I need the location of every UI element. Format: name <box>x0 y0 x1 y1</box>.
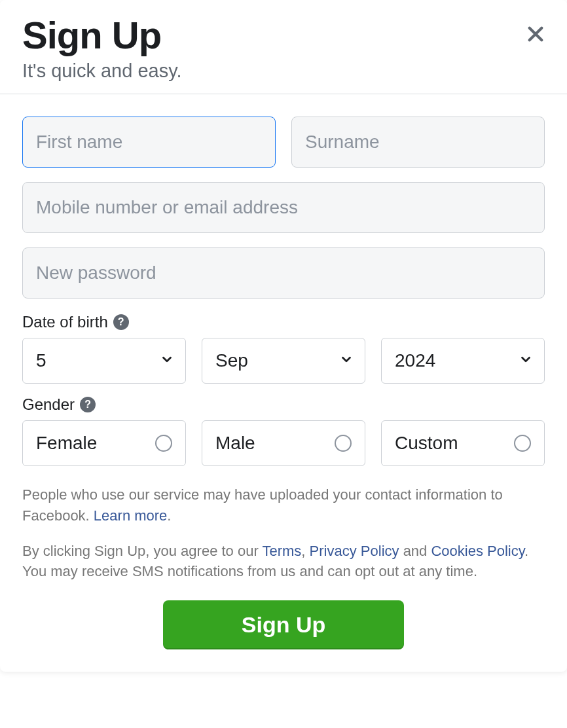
learn-more-link[interactable]: Learn more <box>94 507 168 524</box>
gender-label: Gender ? <box>22 395 545 414</box>
password-input[interactable] <box>22 247 545 299</box>
radio-icon <box>335 435 352 452</box>
first-name-input[interactable] <box>22 117 276 168</box>
dob-month-select[interactable]: Sep <box>202 338 365 384</box>
radio-icon <box>155 435 172 452</box>
contact-input[interactable] <box>22 182 545 233</box>
gender-row: Female Male Custom <box>22 420 545 466</box>
disclaimer-contact: People who use our service may have uplo… <box>22 484 545 526</box>
signup-button[interactable]: Sign Up <box>163 600 404 649</box>
dob-label-text: Date of birth <box>22 313 108 331</box>
gender-option-male[interactable]: Male <box>202 420 365 466</box>
cookies-policy-link[interactable]: Cookies Policy <box>431 543 524 559</box>
close-button[interactable] <box>525 24 546 47</box>
gender-label-text: Gender <box>22 395 75 414</box>
gender-option-label: Custom <box>395 433 458 454</box>
gender-option-label: Male <box>215 433 255 454</box>
terms-link[interactable]: Terms <box>262 543 301 559</box>
gender-option-custom[interactable]: Custom <box>381 420 545 466</box>
modal-body: Date of birth ? 5 Sep <box>0 94 567 672</box>
close-icon <box>525 24 546 45</box>
dob-label: Date of birth ? <box>22 313 545 331</box>
modal-header: Sign Up It's quick and easy. <box>0 0 567 94</box>
privacy-policy-link[interactable]: Privacy Policy <box>310 543 399 559</box>
disclaimer-terms: By clicking Sign Up, you agree to our Te… <box>22 541 545 583</box>
gender-option-label: Female <box>36 433 97 454</box>
name-row <box>22 117 545 168</box>
dob-year-select[interactable]: 2024 <box>381 338 545 384</box>
dob-row: 5 Sep 2024 <box>22 338 545 384</box>
help-icon[interactable]: ? <box>80 397 96 412</box>
surname-input[interactable] <box>291 117 545 168</box>
help-icon[interactable]: ? <box>113 314 129 330</box>
radio-icon <box>514 435 531 452</box>
modal-subtitle: It's quick and easy. <box>22 60 545 82</box>
modal-title: Sign Up <box>22 14 545 56</box>
signup-modal: Sign Up It's quick and easy. Date of bir… <box>0 0 567 672</box>
submit-row: Sign Up <box>22 600 545 649</box>
gender-option-female[interactable]: Female <box>22 420 186 466</box>
dob-day-select[interactable]: 5 <box>22 338 186 384</box>
